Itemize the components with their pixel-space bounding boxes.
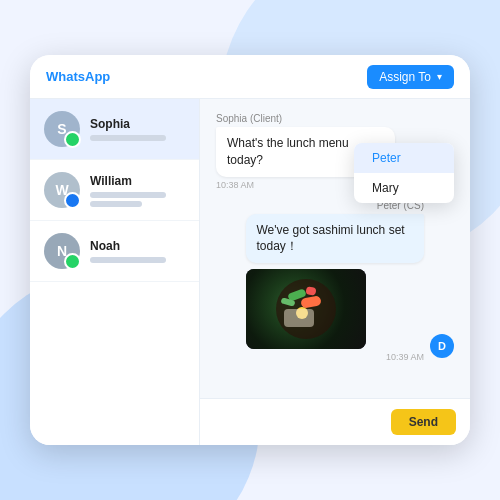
msg-bubble-peter: We've got sashimi lunch set today！ [246,214,425,264]
msg-time-peter: 10:39 AM [246,352,425,362]
assign-dropdown: Peter Mary [354,143,454,203]
contact-name-noah: Noah [90,239,185,253]
msg-text-peter: We've got sashimi lunch set today！ [257,223,405,254]
chat-input-area: Send [200,398,470,445]
message-peter-row: Peter (CS) We've got sashimi lunch set t… [216,200,454,363]
assign-to-label: Assign To [379,70,431,84]
main-area: S Sophia W William N Noah [30,99,470,445]
msg-text-sophia: What's the lunch menu today? [227,136,349,167]
avatar-william: W [44,172,80,208]
contact-info-noah: Noah [90,239,185,263]
header-bar: WhatsApp Assign To ▾ [30,55,470,99]
contact-preview-sophia [90,135,166,141]
send-button[interactable]: Send [391,409,456,435]
food-image [246,269,366,349]
device-frame: WhatsApp Assign To ▾ S Sophia W William [30,55,470,445]
contact-info-william: William [90,174,185,207]
contact-item-noah[interactable]: N Noah [30,221,199,282]
contact-item-william[interactable]: W William [30,160,199,221]
dropdown-item-peter[interactable]: Peter [354,143,454,173]
contact-preview-william [90,192,166,198]
contact-name-william: William [90,174,185,188]
agent-avatar-icon: D [430,334,454,358]
food-image-inner [246,269,366,349]
dropdown-item-mary[interactable]: Mary [354,173,454,203]
message-peter: Peter (CS) We've got sashimi lunch set t… [246,200,425,363]
contact-preview2-william [90,201,142,207]
sidebar: S Sophia W William N Noah [30,99,200,445]
msg-sender-sophia: Sophia (Client) [216,113,395,124]
contact-info-sophia: Sophia [90,117,185,141]
avatar-sophia: S [44,111,80,147]
contact-name-sophia: Sophia [90,117,185,131]
assign-to-button[interactable]: Assign To ▾ [367,65,454,89]
chevron-down-icon: ▾ [437,71,442,82]
avatar-noah: N [44,233,80,269]
app-logo: WhatsApp [46,69,110,84]
contact-item-sophia[interactable]: S Sophia [30,99,199,160]
contact-preview-noah [90,257,166,263]
